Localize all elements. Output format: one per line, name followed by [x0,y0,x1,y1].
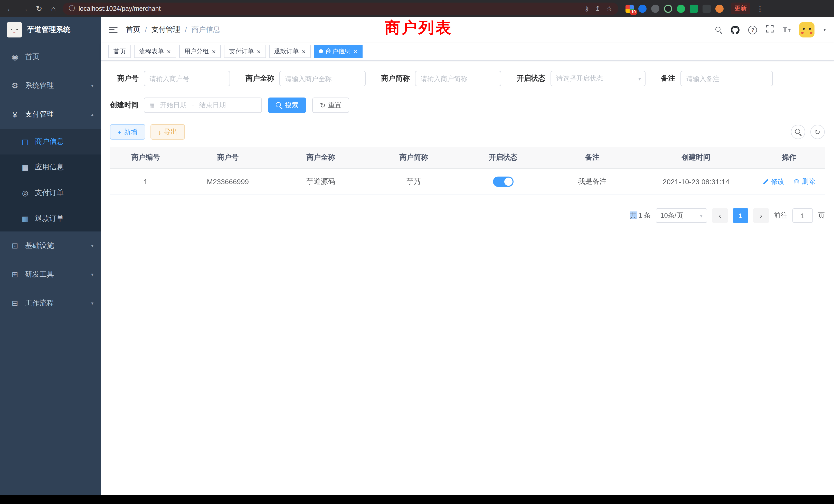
close-icon[interactable]: × [212,48,216,55]
navbar-actions: ? TT ▾ [716,22,826,38]
prev-page-button[interactable]: ‹ [712,208,728,223]
status-select[interactable]: 请选择开启状态 ▾ [550,71,645,86]
sidebar-item-system[interactable]: ⚙ 系统管理 ▾ [0,71,101,100]
close-icon[interactable]: × [354,48,357,55]
pay-order-icon: ◎ [21,189,30,197]
sidebar-item-infra[interactable]: ⊡ 基础设施 ▾ [0,231,101,260]
sidebar-item-refund-order[interactable]: ▥ 退款订单 [0,206,101,231]
close-icon[interactable]: × [167,48,171,55]
search-icon[interactable] [716,26,722,33]
calendar-icon: ▦ [150,102,155,109]
table-toolbar: + 新增 ↓ 导出 ↻ [110,124,825,140]
grid-extension-icon[interactable]: 10 [626,4,634,13]
github-icon[interactable] [731,25,740,34]
range-separator: - [192,101,194,109]
refresh-icon: ↻ [815,128,820,136]
sidebar-item-workflow[interactable]: ⊟ 工作流程 ▾ [0,289,101,318]
sidebar-item-pay-order[interactable]: ◎ 支付订单 [0,180,101,206]
col-status: 开启状态 [460,147,546,168]
password-key-icon[interactable]: ⚷ [585,5,589,12]
fullscreen-icon[interactable] [766,25,774,35]
home-icon[interactable]: ⌂ [48,4,59,13]
bookmark-star-icon[interactable]: ☆ [606,5,612,12]
short-name-input[interactable] [415,71,501,86]
address-bar[interactable]: ⓘ localhost:1024/pay/merchant ⚷ ↥ ☆ [63,2,618,15]
chevron-down-icon: ▾ [91,83,93,88]
font-size-icon[interactable]: TT [783,26,791,33]
plus-icon: + [117,129,122,135]
sidebar-item-merchant-info[interactable]: ▤ 商户信息 [0,129,101,155]
page-size-select[interactable]: 10条/页 ▾ [656,208,707,223]
page-1-button[interactable]: 1 [733,208,748,223]
sidebar-item-app-info[interactable]: ▦ 应用信息 [0,155,101,180]
user-avatar[interactable] [799,22,815,38]
profile-avatar-icon[interactable] [716,4,724,13]
green-extension-icon[interactable] [677,4,685,13]
date-range-picker[interactable]: ▦ 开始日期 - 结束日期 [144,97,262,113]
sidebar-item-label: 支付订单 [35,188,64,198]
tab-refund-order[interactable]: 退款订单 × [269,45,311,58]
refund-order-icon: ▥ [21,214,30,223]
close-icon[interactable]: × [302,48,306,55]
status-label: 开启状态 [517,74,545,83]
page-unit: 页 [818,211,825,220]
sidebar: 芋道管理系统 ◉ 首页 ⚙ 系统管理 ▾ ¥ 支付管理 ▴ [0,17,101,495]
edit-link[interactable]: 修改 [763,177,785,186]
payment-submenu: ▤ 商户信息 ▦ 应用信息 ◎ 支付订单 ▥ 退款订单 [0,129,101,231]
tab-pay-order[interactable]: 支付订单 × [224,45,266,58]
ring-extension-icon[interactable] [664,4,672,13]
sidebar-item-home[interactable]: ◉ 首页 [0,43,101,71]
breadcrumb-home[interactable]: 首页 [126,25,140,35]
help-icon[interactable]: ? [748,25,757,34]
sidebar-item-payment[interactable]: ¥ 支付管理 ▴ [0,100,101,129]
status-toggle[interactable] [493,177,513,187]
reload-icon[interactable]: ↻ [34,4,44,13]
sidebar-item-devtool[interactable]: ⊞ 研发工具 ▾ [0,260,101,289]
tab-process-form[interactable]: 流程表单 × [134,45,176,58]
green-square-extension-icon[interactable] [690,4,698,13]
refresh-table-button[interactable]: ↻ [810,125,825,139]
full-name-input[interactable] [279,71,366,86]
gray-extension-icon[interactable] [651,4,659,13]
browser-menu-icon[interactable]: ⋮ [756,4,764,13]
search-button[interactable]: 搜索 [268,97,306,113]
site-info-icon[interactable]: ⓘ [69,4,75,13]
reset-button[interactable]: ↻ 重置 [312,97,349,113]
tab-home[interactable]: 首页 [108,45,131,58]
merchant-no-input[interactable] [144,71,230,86]
tab-user-group[interactable]: 用户分组 × [179,45,221,58]
toggle-search-button[interactable] [791,125,805,139]
back-icon[interactable]: ← [5,4,16,13]
share-icon[interactable]: ↥ [595,5,600,12]
cell-status [460,168,546,195]
tab-merchant-info[interactable]: 商户信息 × [314,45,363,58]
full-name-label: 商户全称 [245,74,274,83]
url-text[interactable]: localhost:1024/pay/merchant [79,5,161,12]
browser-update-button[interactable]: 更新 [731,3,750,14]
logo-rabbit-icon [7,22,22,38]
col-merchant-no: 商户号 [181,147,274,168]
remark-input[interactable] [680,71,773,86]
dark-extension-icon[interactable] [703,4,711,13]
sidebar-item-label: 支付管理 [25,110,54,119]
sidebar-item-label: 首页 [25,52,40,62]
delete-link[interactable]: 删除 [794,177,815,186]
add-button[interactable]: + 新增 [110,124,145,140]
chevron-down-icon: ▾ [638,76,641,81]
export-button[interactable]: ↓ 导出 [150,124,185,140]
sidebar-item-label: 商户信息 [35,137,64,146]
close-icon[interactable]: × [257,48,261,55]
sidebar-item-label: 基础设施 [25,241,54,250]
drop-extension-icon[interactable] [638,4,646,13]
dashboard-icon: ◉ [10,52,20,62]
breadcrumb-payment[interactable]: 支付管理 [152,25,180,35]
chevron-down-icon: ▾ [700,213,703,219]
breadcrumb: 首页 / 支付管理 / 商户信息 [126,25,220,35]
goto-page-input[interactable] [792,208,813,223]
browser-toolbar: ← → ↻ ⌂ ⓘ localhost:1024/pay/merchant ⚷ … [0,0,834,17]
next-page-button[interactable]: › [753,208,769,223]
avatar-caret-icon[interactable]: ▾ [824,27,826,32]
fold-sidebar-icon[interactable] [109,26,117,33]
merchant-no-label: 商户号 [110,74,139,83]
forward-icon[interactable]: → [20,4,30,13]
